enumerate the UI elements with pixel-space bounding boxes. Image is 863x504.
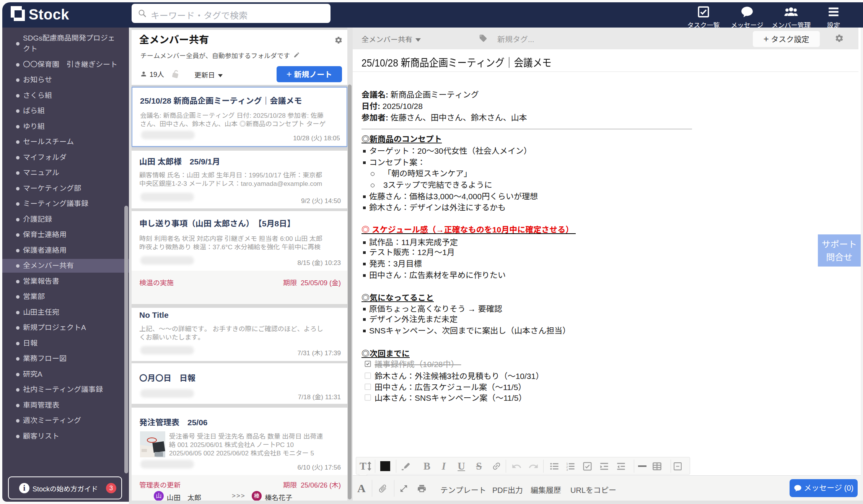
- svg-text:3: 3: [566, 468, 568, 471]
